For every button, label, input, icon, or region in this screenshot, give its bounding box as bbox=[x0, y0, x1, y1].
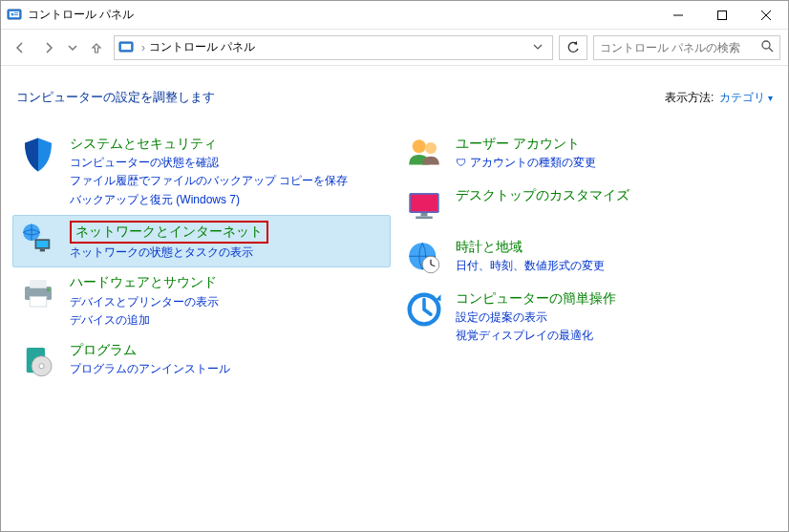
window-title: コントロール パネル bbox=[28, 7, 656, 23]
location-icon bbox=[118, 40, 134, 55]
svg-rect-28 bbox=[421, 213, 428, 217]
category-title[interactable]: ユーザー アカウント bbox=[456, 135, 771, 154]
printer-icon bbox=[18, 273, 58, 313]
svg-rect-27 bbox=[411, 195, 437, 212]
up-button[interactable] bbox=[85, 36, 108, 59]
close-button[interactable] bbox=[744, 1, 788, 30]
svg-rect-19 bbox=[30, 297, 47, 308]
svg-rect-16 bbox=[40, 249, 45, 252]
category-link[interactable]: 日付、時刻、数値形式の変更 bbox=[456, 257, 771, 275]
content: コンピューターの設定を調整します 表示方法: カテゴリ システムとセキュリティ … bbox=[1, 66, 788, 387]
category-link[interactable]: 設定の提案の表示 bbox=[456, 309, 771, 327]
minimize-button[interactable] bbox=[656, 1, 700, 30]
app-icon bbox=[7, 8, 22, 23]
svg-rect-4 bbox=[14, 14, 18, 15]
svg-point-23 bbox=[39, 364, 44, 369]
view-mode: 表示方法: カテゴリ bbox=[665, 90, 773, 106]
category-link[interactable]: 視覚ディスプレイの最適化 bbox=[456, 327, 771, 345]
category-user-accounts[interactable]: ユーザー アカウント アカウントの種類の変更 bbox=[398, 129, 777, 181]
back-button[interactable] bbox=[9, 36, 32, 59]
svg-point-24 bbox=[413, 139, 426, 153]
disc-box-icon bbox=[18, 341, 58, 381]
desktop-icon bbox=[404, 186, 444, 226]
category-link[interactable]: ファイル履歴でファイルのバックアップ コピーを保存 bbox=[70, 172, 385, 190]
category-title[interactable]: デスクトップのカスタマイズ bbox=[456, 186, 771, 205]
category-hardware-sound[interactable]: ハードウェアとサウンド デバイスとプリンターの表示 デバイスの追加 bbox=[12, 267, 391, 335]
category-title[interactable]: プログラム bbox=[70, 341, 385, 360]
category-link[interactable]: コンピューターの状態を確認 bbox=[70, 154, 385, 172]
maximize-button[interactable] bbox=[700, 1, 744, 30]
svg-point-20 bbox=[47, 288, 51, 292]
svg-point-11 bbox=[762, 41, 770, 49]
svg-point-2 bbox=[11, 12, 14, 15]
category-title[interactable]: システムとセキュリティ bbox=[70, 135, 385, 154]
category-programs[interactable]: プログラム プログラムのアンインストール bbox=[12, 335, 391, 387]
globe-network-icon bbox=[18, 221, 58, 261]
forward-button[interactable] bbox=[37, 36, 60, 59]
refresh-button[interactable] bbox=[559, 35, 587, 60]
navbar: › コントロール パネル bbox=[1, 30, 788, 66]
address-dropdown[interactable] bbox=[527, 41, 548, 54]
category-link[interactable]: デバイスとプリンターの表示 bbox=[70, 293, 385, 311]
address-bar[interactable]: › コントロール パネル bbox=[114, 35, 553, 60]
breadcrumb-crumb[interactable]: コントロール パネル bbox=[149, 39, 255, 55]
category-clock-region[interactable]: 時計と地域 日付、時刻、数値形式の変更 bbox=[398, 232, 777, 284]
svg-rect-15 bbox=[36, 241, 48, 247]
search-icon[interactable] bbox=[760, 39, 774, 55]
users-icon bbox=[404, 135, 444, 175]
svg-line-12 bbox=[769, 48, 773, 52]
category-link[interactable]: アカウントの種類の変更 bbox=[456, 154, 771, 172]
category-title[interactable]: コンピューターの簡単操作 bbox=[456, 289, 771, 309]
svg-rect-29 bbox=[416, 217, 433, 220]
category-link[interactable]: プログラムのアンインストール bbox=[70, 360, 385, 378]
left-column: システムとセキュリティ コンピューターの状態を確認 ファイル履歴でファイルのバッ… bbox=[12, 129, 391, 387]
view-dropdown[interactable]: カテゴリ bbox=[719, 90, 773, 106]
clock-globe-icon bbox=[404, 238, 444, 278]
breadcrumb-sep: › bbox=[141, 41, 145, 54]
category-title[interactable]: ネットワークとインターネット bbox=[70, 221, 268, 244]
category-link[interactable]: ネットワークの状態とタスクの表示 bbox=[70, 244, 385, 262]
view-label: 表示方法: bbox=[665, 90, 714, 106]
category-link[interactable]: デバイスの追加 bbox=[70, 311, 385, 330]
svg-rect-3 bbox=[14, 12, 18, 13]
ease-of-access-icon bbox=[404, 289, 444, 330]
search-input[interactable] bbox=[600, 41, 760, 54]
page-heading: コンピューターの設定を調整します bbox=[16, 89, 215, 106]
svg-rect-6 bbox=[718, 11, 727, 19]
recent-button[interactable] bbox=[66, 36, 79, 59]
titlebar: コントロール パネル bbox=[1, 1, 788, 30]
category-link[interactable]: バックアップと復元 (Windows 7) bbox=[70, 191, 385, 209]
category-ease-of-access[interactable]: コンピューターの簡単操作 設定の提案の表示 視覚ディスプレイの最適化 bbox=[398, 284, 777, 351]
category-title[interactable]: ハードウェアとサウンド bbox=[70, 273, 385, 292]
category-title[interactable]: 時計と地域 bbox=[456, 238, 771, 257]
svg-rect-18 bbox=[30, 280, 47, 288]
category-desktop-customize[interactable]: デスクトップのカスタマイズ bbox=[398, 181, 777, 232]
shield-icon bbox=[18, 135, 58, 175]
category-system-security[interactable]: システムとセキュリティ コンピューターの状態を確認 ファイル履歴でファイルのバッ… bbox=[12, 129, 391, 215]
search-box[interactable] bbox=[593, 35, 780, 60]
svg-rect-10 bbox=[121, 44, 131, 50]
category-network-internet[interactable]: ネットワークとインターネット ネットワークの状態とタスクの表示 bbox=[12, 215, 391, 267]
right-column: ユーザー アカウント アカウントの種類の変更 デスクトップのカスタマイズ 時計と… bbox=[398, 129, 777, 387]
svg-point-25 bbox=[425, 142, 437, 154]
